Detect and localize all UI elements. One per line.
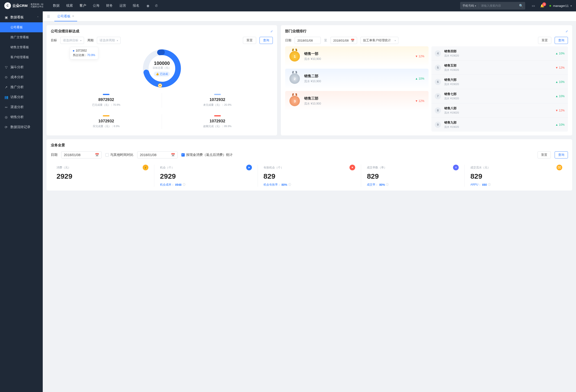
sidebar-root-item[interactable]: 👥访客分析 <box>0 92 43 102</box>
card-title: 部门业绩排行 <box>285 29 307 33</box>
rank-name: 销售九部 <box>444 121 552 125</box>
nav-item[interactable]: 客户 <box>80 3 86 8</box>
expand-icon[interactable]: ⤢ <box>566 30 568 33</box>
stat-icon: ✦ <box>349 165 355 170</box>
rank-sub: 流水 ¥19020 <box>444 111 552 115</box>
nav-item[interactable]: 报名 <box>133 3 139 8</box>
close-icon[interactable]: ✕ <box>72 11 74 21</box>
metric-value: 1072932 <box>162 119 273 123</box>
delta-badge: ▲10% <box>555 123 565 126</box>
arrow-icon: ▲ <box>415 77 418 80</box>
help-icon[interactable]: ⓘ <box>288 183 291 187</box>
reset-button[interactable]: 重置 <box>538 151 551 158</box>
query-button[interactable]: 查询 <box>259 37 273 44</box>
tab-company-board[interactable]: 公司看板 ✕ <box>54 11 77 21</box>
expand-icon[interactable]: ⤢ <box>270 30 273 33</box>
sidebar-item[interactable]: 公司看板 <box>0 22 43 32</box>
select-period[interactable]: 请选择周期▾ <box>97 37 121 44</box>
label-date: 日期 <box>285 38 291 43</box>
rank-sub: 流水 ¥19020 <box>444 54 552 58</box>
nav-item[interactable]: 运营 <box>119 3 126 8</box>
rank-list-item[interactable]: 6销售六部流水 ¥19020▲10% <box>432 75 568 89</box>
rank-list-item[interactable]: 4销售四部流水 ¥19020▲10% <box>432 46 568 60</box>
stat-icon: ⌧ <box>556 165 562 170</box>
status-dot-icon <box>549 5 551 7</box>
date-compare-input[interactable]: 2018/01/08📅 <box>137 151 178 158</box>
reset-button[interactable]: 重置 <box>538 37 551 44</box>
medal-icon: 1 <box>289 51 300 61</box>
nav-item[interactable]: 线索 <box>66 3 73 8</box>
stat-footer: ARPU： ¥80 ⓘ <box>470 183 562 187</box>
rank-list-item[interactable]: 8销售八部流水 ¥19020▼12% <box>432 103 568 118</box>
nav-item[interactable]: 财务 <box>106 3 113 8</box>
podium-item[interactable]: 2销售二部流水 ¥10,900▲10% <box>285 69 429 89</box>
arrow-icon: ▲ <box>555 80 558 84</box>
notifications-icon[interactable]: 🔔 5 <box>540 4 544 8</box>
delta-badge: ▼12% <box>555 109 565 112</box>
sidebar-item[interactable]: 销售主管看板 <box>0 42 43 52</box>
rank-number: 6 <box>435 79 441 85</box>
date-from-input[interactable]: 2018/01/08 <box>295 37 321 44</box>
donut-value: 100000 <box>154 60 170 66</box>
search-input[interactable] <box>479 4 517 7</box>
sidebar-root-item[interactable]: ⊙成本分析 <box>0 72 43 82</box>
dot-icon <box>73 50 74 52</box>
sidebar-root-item[interactable]: ⟳数据流转记录 <box>0 122 43 132</box>
topnav-right: ▭ 🔔 5 manager11 ▾ <box>532 4 572 8</box>
checkbox-compare[interactable]: 与其他时间对比 <box>105 153 133 157</box>
search-type-select[interactable]: 手机号码▾ <box>460 4 479 8</box>
phone-icon[interactable]: ✆ <box>155 4 158 8</box>
stat-footer: 机会成本： ¥948 ⓘ <box>160 183 252 187</box>
help-icon[interactable]: ⓘ <box>183 183 185 187</box>
rank-number: 7 <box>435 93 441 99</box>
stat-value: 829 <box>367 172 459 180</box>
arrow-icon: ▲ <box>555 123 558 126</box>
status-badge: 👍已达成 <box>154 71 170 77</box>
rank-number: 9 <box>435 122 441 128</box>
sidebar-group-header[interactable]: ▣ 数据看板 ˄ <box>0 12 43 22</box>
menu-toggle-icon[interactable]: ☰ <box>45 14 52 18</box>
rank-list-item[interactable]: 7销售七部流水 ¥19020▲10% <box>432 89 568 103</box>
select-groupby[interactable]: 按工单客户经理统计▾ <box>360 37 398 44</box>
delta-badge: ▲10% <box>415 77 424 80</box>
logo: C 云朵CRM 教育机构一站 式服务云平台 <box>4 2 43 9</box>
help-icon[interactable]: ⓘ <box>488 183 491 187</box>
stat-footer: 机会有效率： 80% ⓘ <box>263 183 355 187</box>
podium-item[interactable]: 1销售一部流水 ¥10,900▼12% <box>285 46 429 66</box>
chevron-down-icon: ▾ <box>395 39 396 42</box>
reset-button[interactable]: 重置 <box>243 37 256 44</box>
date-input[interactable]: 2018/01/08📅 <box>61 151 102 158</box>
tab-bar: ☰ 公司看板 ✕ <box>43 11 576 21</box>
rank-list-item[interactable]: 5销售五部流水 ¥19020▼12% <box>432 60 568 75</box>
sidebar-item[interactable]: 推广主管看板 <box>0 32 43 42</box>
sidebar-root-item[interactable]: ∾渠道分析 <box>0 102 43 112</box>
calendar-icon: 📅 <box>351 39 354 42</box>
rank-name: 销售二部 <box>304 74 321 78</box>
device-icon[interactable]: ▭ <box>532 4 535 8</box>
sidebar-item[interactable]: 客户经理看板 <box>0 52 43 62</box>
query-button[interactable]: 查询 <box>555 151 568 158</box>
sidebar-root-item[interactable]: ◎销售分析 <box>0 112 43 122</box>
checkbox-cash[interactable]: 按现金消费（返点后消费）统计 <box>181 153 233 157</box>
date-to-input[interactable]: 2018/01/08📅 <box>330 37 357 44</box>
query-button[interactable]: 查询 <box>555 37 568 44</box>
medal-icon: 2 <box>289 73 300 84</box>
label-target: 目标 <box>51 38 57 43</box>
search-button[interactable]: 🔍 <box>517 4 525 8</box>
checkbox-icon <box>105 153 109 156</box>
help-icon[interactable]: ⓘ <box>386 183 389 187</box>
sidebar-root-item[interactable]: ↗推广分析 <box>0 82 43 92</box>
user-icon[interactable]: ◉ <box>146 4 149 8</box>
arrow-icon: ▼ <box>415 99 418 103</box>
sidebar-root-item[interactable]: ▽漏斗分析 <box>0 62 43 72</box>
nav-item[interactable]: 数据 <box>53 3 59 8</box>
rank-list-item[interactable]: 9销售九部流水 ¥19020▲10% <box>432 118 568 132</box>
podium-item[interactable]: 3销售三部流水 ¥10,900▼12% <box>285 91 429 111</box>
user-menu[interactable]: manager11 ▾ <box>549 4 572 8</box>
bar-icon <box>103 115 110 117</box>
nav-icon: ◎ <box>4 115 8 119</box>
chevron-down-icon: ▾ <box>475 4 476 7</box>
delta-badge: ▼12% <box>415 99 424 103</box>
nav-item[interactable]: 公海 <box>93 3 99 8</box>
select-target[interactable]: 请选择目标▾ <box>60 37 84 44</box>
